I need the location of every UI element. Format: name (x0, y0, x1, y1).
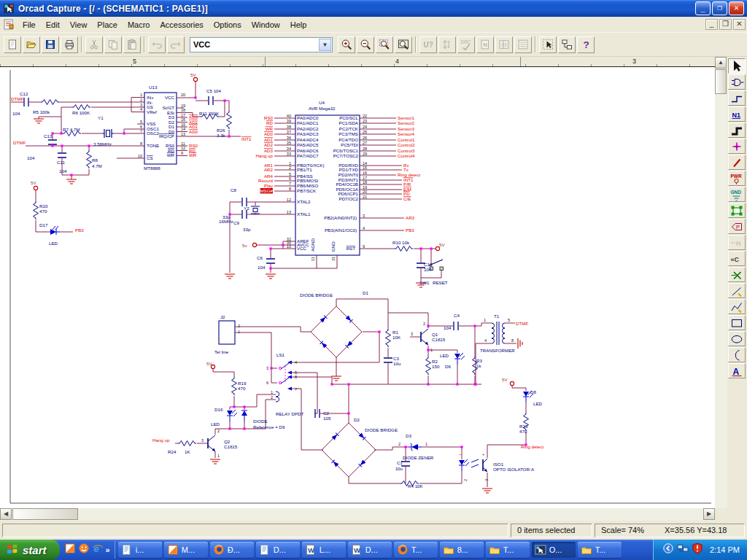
schematic-canvas-area: 543 U13MT8888IN+IN-GSVRefVSSOSC1OSC2TONE… (0, 57, 715, 508)
place-wire-tool[interactable] (728, 90, 746, 106)
scroll-right-button[interactable]: ▶ (703, 508, 715, 520)
zoom-in-button[interactable] (338, 36, 355, 53)
new-button[interactable] (4, 36, 21, 53)
menu-options[interactable]: Options (209, 18, 247, 31)
part-search-combo[interactable]: VCC ▼ (190, 37, 333, 52)
place-part-tool[interactable] (728, 74, 746, 90)
quick-launch-internet-explorer[interactable]: e (92, 542, 104, 557)
place-hierarchical-block-tool[interactable] (728, 203, 746, 218)
place-ellipse-tool[interactable] (728, 331, 746, 346)
schematic-text: 34 (287, 147, 291, 151)
network-icon (677, 542, 689, 554)
place-bus-tool[interactable] (728, 122, 746, 138)
svg-text:«C: «C (731, 256, 740, 263)
place-off-page-connector-tool[interactable]: «C (728, 251, 746, 266)
snap-to-grid-button[interactable] (539, 36, 557, 53)
menu-help[interactable]: Help (285, 18, 312, 31)
place-rectangle-tool[interactable] (728, 315, 746, 330)
mdi-minimize-button[interactable]: _ (705, 19, 718, 30)
schematic-text: 104 (424, 267, 432, 272)
taskbar-task-5[interactable]: WL... (302, 542, 346, 558)
schematic-text: R23 (519, 424, 528, 429)
schematic-text: LED (440, 353, 449, 358)
schematic-text: Hang up (256, 153, 274, 158)
taskbar-task-9[interactable]: T... (486, 542, 530, 558)
start-button[interactable]: start (0, 540, 60, 560)
connector-j2-body[interactable] (219, 321, 235, 344)
schematic-text: 39 (287, 119, 291, 123)
quick-launch-orange-app[interactable] (64, 542, 76, 557)
combo-dropdown-icon[interactable]: ▼ (319, 39, 331, 51)
scroll-up-button[interactable]: ▲ (715, 57, 727, 69)
minimize-button[interactable]: _ (695, 1, 711, 15)
place-text-tool[interactable]: A (728, 363, 746, 378)
tray-network[interactable] (677, 542, 689, 557)
print-button[interactable] (61, 36, 78, 53)
mdi-close-button[interactable]: ✕ (733, 19, 746, 30)
taskbar-task-11[interactable]: T... (578, 542, 622, 558)
junction-dot (123, 132, 125, 134)
place-junction-tool[interactable] (728, 139, 746, 154)
menu-edit[interactable]: Edit (41, 18, 65, 31)
task-label: T... (503, 545, 514, 554)
menu-window[interactable]: Window (247, 18, 285, 31)
restore-button[interactable]: ❐ (712, 1, 727, 15)
taskbar-task-4[interactable]: D... (256, 542, 300, 558)
schematic-sheet[interactable]: U13MT8888IN+IN-GSVRefVSSOSC1OSC2TONECSVC… (0, 67, 715, 508)
junction-dot (61, 144, 63, 147)
menu-macro[interactable]: Macro (123, 18, 155, 31)
place-no-connect-tool[interactable] (728, 267, 746, 282)
menu-view[interactable]: View (65, 18, 93, 31)
taskbar-task-10[interactable]: O... (532, 542, 576, 558)
vertical-scroll-thumb[interactable] (715, 69, 727, 94)
project-manager-button[interactable] (558, 36, 576, 53)
place-wire-icon (729, 91, 745, 106)
place-bus-icon (729, 123, 745, 138)
place-hierarchical-port-tool[interactable]: P (728, 219, 746, 234)
junction-dot (427, 349, 429, 351)
taskbar-task-1[interactable]: i... (118, 542, 162, 558)
select-tool[interactable] (728, 58, 746, 74)
menu-file[interactable]: File (18, 18, 41, 31)
place-hierarchical-pin-tool: H (728, 235, 746, 250)
place-arc-tool[interactable] (728, 347, 746, 362)
close-button[interactable]: ✕ (729, 1, 744, 15)
taskbar-task-2[interactable]: M... (164, 542, 208, 558)
help-button[interactable]: ? (577, 36, 595, 53)
schematic-text: R5 100k (33, 109, 50, 114)
quick-launch-messenger-phone[interactable] (78, 542, 90, 557)
place-power-tool[interactable]: PWR (728, 171, 746, 186)
place-polyline-tool[interactable] (728, 299, 746, 314)
place-bus-entry-tool[interactable] (728, 155, 746, 170)
menu-place[interactable]: Place (92, 18, 123, 31)
zoom-out-button[interactable] (357, 36, 374, 53)
horizontal-scroll-thumb[interactable] (12, 508, 78, 520)
schematic-text: PA2/ADC2 (297, 126, 319, 131)
place-line-tool[interactable] (728, 283, 746, 298)
taskbar-task-8[interactable]: 8... (440, 542, 484, 558)
project-manager-icon (561, 39, 573, 50)
schematic-text: 6 (266, 381, 268, 385)
schematic-page-icon[interactable] (3, 19, 15, 31)
schematic-text: 2 (398, 442, 400, 446)
horizontal-scrollbar[interactable]: ◀ ▶ (0, 508, 715, 521)
place-net-alias-tool[interactable]: N1 (728, 106, 746, 122)
vertical-scrollbar[interactable]: ▲ ▼ (715, 57, 727, 521)
schematic-text: PA6/ADC6 (297, 148, 319, 153)
zoom-all-button[interactable] (395, 36, 412, 53)
taskbar-task-3[interactable]: Đ... (210, 542, 254, 558)
scroll-left-button[interactable]: ◀ (0, 508, 12, 520)
quick-launch-overflow[interactable]: » (106, 545, 110, 554)
schematic-text: C2 (323, 411, 329, 416)
place-ground-tool[interactable]: GND (728, 187, 746, 202)
menu-accessories[interactable]: Accessories (155, 18, 208, 31)
tray-hide-icons-chevron[interactable] (662, 542, 674, 557)
annotate-button: U? (419, 36, 437, 53)
mdi-restore-button[interactable]: ❐ (719, 19, 732, 30)
zoom-area-button[interactable] (376, 36, 393, 53)
tray-security-alert-shield[interactable] (692, 542, 703, 557)
open-button[interactable] (23, 36, 40, 53)
taskbar-task-7[interactable]: T... (394, 542, 438, 558)
save-button[interactable] (42, 36, 59, 53)
taskbar-task-6[interactable]: WD... (348, 542, 392, 558)
